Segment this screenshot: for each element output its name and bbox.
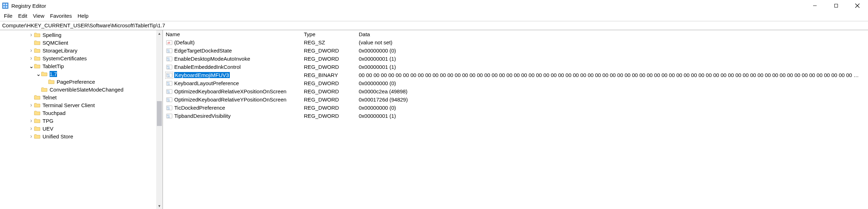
tree-item-label: PagePreference — [57, 79, 95, 85]
svg-text:110: 110 — [167, 100, 170, 102]
value-name: KeyboardEmojiMFUV3 — [174, 72, 230, 78]
value-row[interactable]: 011110OptimizedKeyboardRelativeXPosition… — [163, 87, 868, 95]
tree-item-label: StorageLibrary — [42, 48, 77, 54]
folder-icon — [48, 79, 55, 84]
svg-text:110: 110 — [167, 67, 170, 69]
svg-text:110: 110 — [167, 92, 170, 94]
tree-item[interactable]: ⌄1.7 — [0, 70, 156, 78]
value-name: OptimizedKeyboardRelativeYPositionOnScre… — [174, 97, 287, 103]
tree-item[interactable]: Telnet — [0, 93, 156, 101]
value-row[interactable]: 011110EnableDesktopModeAutoInvokeREG_DWO… — [163, 55, 868, 63]
scroll-up-icon[interactable]: ▲ — [156, 30, 163, 37]
scroll-down-icon[interactable]: ▼ — [156, 203, 163, 209]
scrollbar-thumb[interactable] — [157, 101, 162, 126]
app-icon — [2, 2, 8, 9]
binary-value-icon: 011110 — [166, 64, 173, 70]
minimize-button[interactable] — [804, 0, 826, 11]
tree-item[interactable]: ›TPG — [0, 117, 156, 125]
value-name: (Default) — [174, 39, 195, 45]
value-name: OptimizedKeyboardRelativeXPositionOnScre… — [174, 88, 287, 94]
folder-icon — [34, 94, 40, 100]
tree-item[interactable]: SQMClient — [0, 39, 156, 46]
tree-item-label: Spelling — [42, 32, 61, 38]
values-list[interactable]: ab(Default)REG_SZ(value not set)011110Ed… — [163, 38, 868, 120]
svg-text:110: 110 — [167, 59, 170, 61]
binary-value-icon: 011110 — [166, 56, 173, 62]
tree-item[interactable]: Touchpad — [0, 109, 156, 117]
tree-item-label: Telnet — [42, 94, 57, 100]
tree-item-label: SystemCertificates — [42, 55, 87, 61]
chevron-right-icon[interactable]: › — [28, 125, 34, 132]
value-name: EdgeTargetDockedState — [174, 48, 232, 54]
chevron-right-icon[interactable]: › — [28, 47, 34, 54]
menu-file[interactable]: File — [1, 12, 15, 20]
tree-item[interactable]: ⌄TabletTip — [0, 62, 156, 70]
folder-icon — [41, 71, 47, 77]
value-row[interactable]: 011110OptimizedKeyboardRelativeYPosition… — [163, 95, 868, 104]
tree-item[interactable]: ConvertibleSlateModeChanged — [0, 86, 156, 93]
folder-icon — [34, 118, 40, 123]
column-header-name[interactable]: Name — [166, 31, 304, 37]
column-header-data[interactable]: Data — [359, 31, 868, 37]
tree-item[interactable]: ›UEV — [0, 125, 156, 132]
value-data: 0x00000000 (0) — [359, 80, 868, 86]
folder-icon — [34, 63, 40, 69]
chevron-right-icon[interactable]: › — [28, 133, 34, 139]
tree-item-label: UEV — [42, 126, 53, 132]
value-row[interactable]: 011110KeyboardLayoutPreferenceREG_DWORD0… — [163, 79, 868, 87]
window-controls — [804, 0, 868, 11]
tree-item[interactable]: ›Spelling — [0, 31, 156, 39]
main-area: ›SpellingSQMClient›StorageLibrary›System… — [0, 30, 868, 209]
value-row[interactable]: ab(Default)REG_SZ(value not set) — [163, 38, 868, 46]
tree-item-label: ConvertibleSlateModeChanged — [50, 87, 123, 93]
chevron-right-icon[interactable]: › — [28, 117, 34, 124]
value-type: REG_SZ — [304, 39, 359, 45]
value-type: REG_DWORD — [304, 113, 359, 119]
svg-text:110: 110 — [167, 83, 170, 86]
chevron-down-icon[interactable]: ⌄ — [28, 63, 34, 70]
svg-text:110: 110 — [167, 108, 170, 110]
value-type: REG_BINARY — [304, 72, 359, 78]
svg-rect-3 — [3, 6, 5, 8]
maximize-button[interactable] — [826, 0, 847, 11]
chevron-right-icon[interactable]: › — [28, 55, 34, 61]
folder-icon — [34, 126, 40, 131]
folder-icon — [34, 40, 40, 45]
menu-favorites[interactable]: Favorites — [47, 12, 74, 20]
chevron-down-icon[interactable]: ⌄ — [35, 71, 41, 77]
tree-item-label: Touchpad — [42, 110, 66, 116]
binary-value-icon: 011110 — [166, 80, 173, 87]
tree-scrollbar[interactable]: ▲ ▼ — [156, 30, 163, 209]
tree-item[interactable]: ›SystemCertificates — [0, 54, 156, 62]
values-header: Name Type Data — [163, 30, 868, 38]
value-type: REG_DWORD — [304, 80, 359, 86]
registry-tree[interactable]: ›SpellingSQMClient›StorageLibrary›System… — [0, 30, 156, 140]
tree-item-label: Unified Store — [42, 133, 73, 139]
value-type: REG_DWORD — [304, 97, 359, 103]
menu-view[interactable]: View — [30, 12, 47, 20]
address-bar[interactable]: Computer\HKEY_CURRENT_USER\Software\Micr… — [0, 21, 868, 30]
value-data: (value not set) — [359, 39, 868, 45]
chevron-right-icon[interactable]: › — [28, 102, 34, 108]
value-row[interactable]: 011110TicDockedPreferenceREG_DWORD0x0000… — [163, 104, 868, 112]
value-row[interactable]: 011110TipbandDesiredVisibilityREG_DWORD0… — [163, 112, 868, 120]
menu-edit[interactable]: Edit — [16, 12, 30, 20]
svg-rect-4 — [6, 6, 7, 8]
value-row[interactable]: 011110EdgeTargetDockedStateREG_DWORD0x00… — [163, 46, 868, 55]
close-button[interactable] — [847, 0, 868, 11]
tree-item-label: 1.7 — [50, 71, 57, 77]
value-data: 0x0001726d (94829) — [359, 97, 868, 103]
tree-item[interactable]: ›Terminal Server Client — [0, 101, 156, 109]
tree-item[interactable]: ›StorageLibrary — [0, 46, 156, 54]
value-data: 00 00 00 00 00 00 00 00 00 00 00 00 00 0… — [359, 72, 868, 78]
menu-help[interactable]: Help — [75, 12, 91, 20]
value-row[interactable]: 011110KeyboardEmojiMFUV3REG_BINARY00 00 … — [163, 71, 868, 79]
tree-item[interactable]: PagePreference — [0, 78, 156, 86]
value-row[interactable]: 011110EnableEmbeddedInkControlREG_DWORD0… — [163, 63, 868, 71]
chevron-right-icon[interactable]: › — [28, 32, 34, 38]
folder-icon — [34, 48, 40, 53]
column-header-type[interactable]: Type — [304, 31, 359, 37]
menu-bar: File Edit View Favorites Help — [0, 11, 868, 21]
tree-item[interactable]: ›Unified Store — [0, 132, 156, 140]
tree-pane: ›SpellingSQMClient›StorageLibrary›System… — [0, 30, 163, 209]
